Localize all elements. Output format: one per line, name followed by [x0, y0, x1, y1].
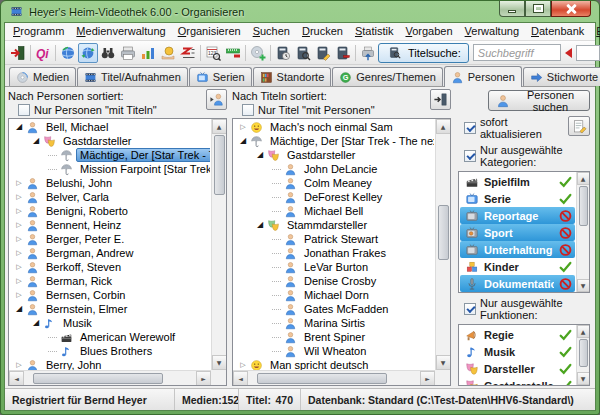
menu-suchen[interactable]: Suchen — [247, 24, 296, 39]
list-item-regie[interactable]: Regie — [460, 326, 575, 343]
tree-item-levar-burton[interactable]: LeVar Burton — [235, 260, 434, 274]
nur-kategorien-checkbox[interactable] — [464, 150, 476, 162]
tree-item-jonathan-frakes[interactable]: Jonathan Frakes — [235, 246, 434, 260]
tree-item-berger-peter-e[interactable]: ▷Berger, Peter E. — [11, 232, 210, 246]
scroll-up-icon[interactable]: ▲ — [436, 119, 451, 134]
tree-item-bernsen-corbin[interactable]: ▷Bernsen, Corbin — [11, 288, 210, 302]
titles-tree-vscrollbar[interactable]: ▲ ▼ — [435, 119, 450, 370]
tree-item-belver-carla[interactable]: ▷Belver, Carla — [11, 190, 210, 204]
expander-closed-icon[interactable]: ▷ — [14, 232, 24, 246]
remove-title-button[interactable] — [333, 43, 353, 63]
edit-selection-button[interactable] — [568, 116, 590, 136]
menu-drucken[interactable]: Drucken — [296, 24, 349, 39]
menu-datenbank[interactable]: Datenbank — [525, 24, 590, 39]
expander-closed-icon[interactable]: ▷ — [238, 120, 248, 134]
prev-title-arrow[interactable] — [565, 48, 572, 58]
tab-genres-themen[interactable]: GGenres/Themen — [332, 67, 442, 86]
export-button[interactable] — [358, 43, 378, 63]
statistics-button[interactable] — [138, 43, 158, 63]
exit-button[interactable] — [8, 43, 28, 63]
expander-closed-icon[interactable]: ▷ — [14, 260, 24, 274]
scroll-right-icon[interactable]: ► — [420, 371, 435, 386]
tree-item-benigni-roberto[interactable]: ▷Benigni, Roberto — [11, 204, 210, 218]
tree-item-denise-crosby[interactable]: Denise Crosby — [235, 274, 434, 288]
list-item-spielfilm[interactable]: Spielfilm — [460, 173, 575, 190]
scroll-thumb[interactable] — [214, 135, 225, 195]
menu-statistik[interactable]: Statistik — [349, 24, 400, 39]
edit-title-button[interactable] — [313, 43, 333, 63]
expander-closed-icon[interactable]: ▷ — [14, 176, 24, 190]
tree-item-mach-s-noch-einmal-sam[interactable]: ▷Mach's noch einmal Sam — [235, 120, 434, 134]
tree-item-mächtige-der-star-trek-the-next-g[interactable]: Mächtige, Der [Star Trek - The next G — [11, 148, 210, 162]
tree-item-brent-spiner[interactable]: Brent Spiner — [235, 330, 434, 344]
title-counter-box[interactable] — [576, 45, 600, 61]
functions-vscrollbar[interactable]: ▲ ▼ — [576, 325, 589, 385]
scroll-up-icon[interactable]: ▲ — [212, 119, 227, 134]
tree-item-john-delancie[interactable]: John DeLancie — [235, 162, 434, 176]
menu-medienverwaltung[interactable]: Medienverwaltung — [70, 24, 171, 39]
expander-closed-icon[interactable]: ▷ — [14, 204, 24, 218]
tab-medien[interactable]: Medien — [9, 67, 76, 86]
tree-item-mission-farpoint-star-trek-the-next[interactable]: Mission Farpoint [Star Trek - The next — [11, 162, 210, 176]
title-lookup-button[interactable] — [293, 43, 313, 63]
nur-funktionen-checkbox[interactable] — [464, 303, 476, 315]
scroll-left-icon[interactable]: ◄ — [9, 371, 24, 386]
tree-item-bennent-heinz[interactable]: ▷Bennent, Heinz — [11, 218, 210, 232]
expander-open-icon[interactable]: ◢ — [14, 120, 24, 134]
organisieren-mode-button[interactable] — [78, 43, 98, 63]
tab-personen[interactable]: Personen — [444, 66, 522, 87]
list-item-unterhaltung[interactable]: Unterhaltung — [460, 241, 575, 258]
tree-item-patrick-stewart[interactable]: Patrick Stewart — [235, 232, 434, 246]
tab-stichworte[interactable]: Stichworte — [523, 67, 600, 86]
scroll-down-icon[interactable]: ▼ — [577, 279, 590, 292]
person-filter-toggle-button[interactable] — [206, 89, 227, 110]
tree-item-blues-brothers[interactable]: Blues Brothers — [11, 344, 210, 358]
wishlist-button[interactable] — [178, 43, 198, 63]
add-medium-button[interactable] — [248, 43, 268, 63]
scroll-up-icon[interactable]: ▲ — [577, 325, 590, 338]
tree-item-berkoff-steven[interactable]: ▷Berkoff, Steven — [11, 260, 210, 274]
list-item-kinder[interactable]: Kinder — [460, 258, 575, 275]
list-item-sport[interactable]: Sport — [460, 224, 575, 241]
scroll-thumb[interactable] — [579, 339, 588, 367]
expander-closed-icon[interactable]: ▷ — [14, 274, 24, 288]
tree-item-bergman-andrew[interactable]: ▷Bergman, Andrew — [11, 246, 210, 260]
categories-vscrollbar[interactable]: ▲ ▼ — [576, 172, 589, 292]
tree-item-american-werewolf[interactable]: American Werewolf — [11, 330, 210, 344]
tree-item-berry-john[interactable]: ▷Berry, John — [11, 358, 210, 370]
tab-standorte[interactable]: Standorte — [253, 67, 332, 86]
scroll-right-icon[interactable]: ► — [196, 371, 211, 386]
expander-open-icon[interactable]: ◢ — [31, 316, 41, 330]
titelsuche-button[interactable]: Titelsuche: — [378, 43, 469, 63]
tree-item-gates-mcfadden[interactable]: Gates McFadden — [235, 302, 434, 316]
list-item-reportage[interactable]: Reportage — [460, 207, 575, 224]
panel-toggle-button[interactable] — [430, 89, 451, 110]
tree-item-marina-sirtis[interactable]: Marina Sirtis — [235, 316, 434, 330]
maximize-button[interactable] — [525, 1, 551, 17]
persons-tree-vscrollbar[interactable]: ▲ ▼ — [211, 119, 226, 370]
list-item-darsteller[interactable]: Darsteller — [460, 360, 575, 377]
tree-item-bernstein-elmer[interactable]: ◢Bernstein, Elmer — [11, 302, 210, 316]
expander-closed-icon[interactable]: ▷ — [14, 358, 24, 370]
tree-item-colm-meaney[interactable]: Colm Meaney — [235, 176, 434, 190]
expander-closed-icon[interactable]: ▷ — [14, 246, 24, 260]
tree-item-stammdarsteller[interactable]: ◢Stammdarsteller — [235, 218, 434, 232]
persons-tree-hscrollbar[interactable]: ◄ ► — [9, 370, 211, 385]
menu-organisieren[interactable]: Organisieren — [172, 24, 247, 39]
nur-titel-mit-personen-checkbox[interactable] — [242, 104, 254, 116]
qi-info-button[interactable]: Qi — [33, 43, 53, 63]
list-item-gastdarsteller[interactable]: Gastdarsteller — [460, 377, 575, 385]
close-button[interactable] — [551, 1, 591, 17]
tree-item-michael-bell[interactable]: Michael Bell — [235, 204, 434, 218]
print-button[interactable] — [118, 43, 138, 63]
tree-item-michael-dorn[interactable]: Michael Dorn — [235, 288, 434, 302]
expander-closed-icon[interactable]: ▷ — [14, 288, 24, 302]
tree-item-berman-rick[interactable]: ▷Berman, Rick — [11, 274, 210, 288]
lending-button[interactable] — [158, 43, 178, 63]
expander-closed-icon[interactable]: ▷ — [14, 190, 24, 204]
scroll-down-icon[interactable]: ▼ — [577, 372, 590, 385]
scroll-thumb[interactable] — [438, 205, 449, 260]
list-item-serie[interactable]: Serie — [460, 190, 575, 207]
expander-closed-icon[interactable]: ▷ — [238, 358, 248, 370]
nur-personen-mit-titeln-checkbox[interactable] — [18, 104, 30, 116]
